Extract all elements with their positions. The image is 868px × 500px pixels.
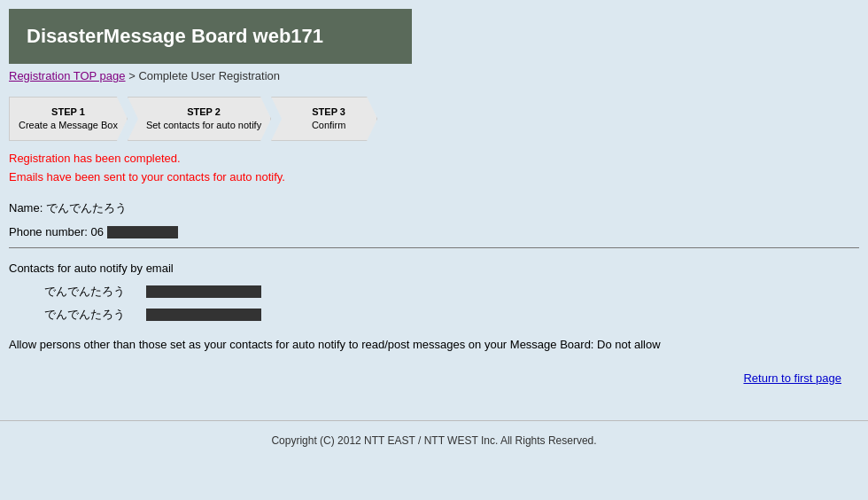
step-3: STEP 3 Confirm [271, 97, 377, 141]
page-title: DisasterMessage Board web171 [27, 25, 394, 48]
footer: Copyright (C) 2012 NTT EAST / NTT WEST I… [0, 420, 868, 460]
name-label: Name: [9, 201, 43, 215]
breadcrumb: Registration TOP page > Complete User Re… [0, 64, 868, 88]
phone-label: Phone number: [9, 225, 88, 238]
return-link[interactable]: Return to first page [743, 371, 841, 385]
footer-text: Copyright (C) 2012 NTT EAST / NTT WEST I… [13, 434, 855, 447]
contact-row-2: でんでんたろう [9, 307, 859, 323]
breadcrumb-link[interactable]: Registration TOP page [9, 69, 126, 82]
return-link-container: Return to first page [9, 371, 859, 385]
status-line2: Emails have been sent to your contacts f… [9, 168, 859, 187]
divider [9, 247, 859, 248]
contact-name-1: でんでんたろう [44, 284, 133, 300]
user-phone: Phone number: 06 [9, 225, 859, 239]
phone-redacted [107, 226, 178, 238]
step-1: STEP 1 Create a Message Box [9, 97, 128, 141]
user-info: Name: でんでんたろう Phone number: 06 [9, 200, 859, 239]
contacts-heading: Contacts for auto notify by email [9, 262, 859, 275]
name-value: でんでんたろう [46, 201, 127, 215]
user-name: Name: でんでんたろう [9, 200, 859, 216]
status-line1: Registration has been completed. [9, 150, 859, 168]
contact-email-1 [146, 285, 261, 298]
contacts-section: Contacts for auto notify by email でんでんたろ… [9, 262, 859, 323]
breadcrumb-separator: > [128, 69, 138, 82]
steps-container: STEP 1 Create a Message Box STEP 2 Set c… [9, 97, 859, 141]
contact-row-1: でんでんたろう [9, 284, 859, 300]
status-messages: Registration has been completed. Emails … [9, 150, 859, 187]
contact-name-2: でんでんたろう [44, 307, 133, 323]
allow-text: Allow persons other than those set as yo… [9, 336, 859, 354]
contact-email-2 [146, 309, 261, 321]
page-header: DisasterMessage Board web171 [9, 9, 412, 64]
main-content: STEP 1 Create a Message Box STEP 2 Set c… [0, 88, 868, 411]
breadcrumb-current: Complete User Registration [138, 69, 280, 82]
phone-prefix: 06 [91, 225, 104, 238]
step-2: STEP 2 Set contacts for auto notify [128, 97, 271, 141]
